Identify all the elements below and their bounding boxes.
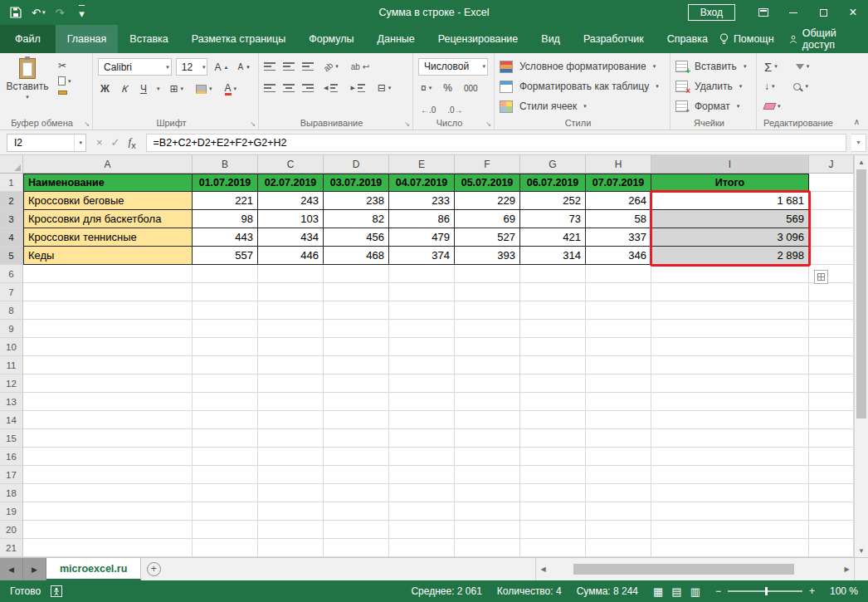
- percent-style-button[interactable]: %: [441, 81, 455, 95]
- cell-E5[interactable]: 374: [389, 247, 455, 265]
- cell-J1[interactable]: [809, 174, 854, 192]
- cell-G6[interactable]: [520, 265, 586, 283]
- cell-B6[interactable]: [193, 265, 258, 283]
- borders-button[interactable]: ⊞▾: [167, 82, 186, 95]
- cell-C20[interactable]: [258, 521, 324, 539]
- cell-B2[interactable]: 221: [193, 192, 258, 210]
- cell-H14[interactable]: [586, 411, 651, 429]
- row-header-16[interactable]: 16: [0, 448, 23, 466]
- cell-I3[interactable]: 569: [651, 210, 809, 228]
- cell-J2[interactable]: [809, 192, 854, 210]
- cell-B1[interactable]: 01.07.2019: [193, 174, 258, 192]
- cell-F13[interactable]: [455, 393, 520, 411]
- decrease-decimal-button[interactable]: .0→: [445, 105, 465, 115]
- cell-D6[interactable]: [324, 265, 389, 283]
- cell-A9[interactable]: [23, 320, 193, 338]
- cell-H21[interactable]: [586, 539, 651, 557]
- cell-G17[interactable]: [520, 466, 586, 484]
- cell-E13[interactable]: [389, 393, 455, 411]
- cell-C7[interactable]: [258, 283, 324, 301]
- cell-E2[interactable]: 233: [389, 192, 455, 210]
- cell-F14[interactable]: [455, 411, 520, 429]
- tab-formulas[interactable]: Формулы: [297, 25, 365, 53]
- cell-G19[interactable]: [520, 502, 586, 521]
- horizontal-scroll-thumb[interactable]: [573, 564, 794, 575]
- next-sheet-button[interactable]: ▶: [23, 558, 46, 580]
- cell-H8[interactable]: [586, 301, 651, 320]
- cell-H3[interactable]: 58: [586, 210, 651, 228]
- cell-A13[interactable]: [23, 393, 193, 411]
- underline-button[interactable]: Ч: [138, 82, 149, 95]
- cell-G21[interactable]: [520, 539, 586, 557]
- cell-I14[interactable]: [651, 411, 809, 429]
- cell-B14[interactable]: [193, 411, 258, 429]
- row-header-19[interactable]: 19: [0, 502, 23, 521]
- cell-C21[interactable]: [258, 539, 324, 557]
- cell-G11[interactable]: [520, 356, 586, 374]
- cell-E9[interactable]: [389, 320, 455, 338]
- cell-E12[interactable]: [389, 374, 455, 393]
- row-header-12[interactable]: 12: [0, 374, 23, 393]
- zoom-slider-thumb[interactable]: [765, 587, 768, 595]
- maximize-button[interactable]: [808, 0, 838, 25]
- prev-sheet-button[interactable]: ◀: [0, 558, 23, 580]
- cell-E3[interactable]: 86: [389, 210, 455, 228]
- cell-D12[interactable]: [324, 374, 389, 393]
- page-layout-view-icon[interactable]: ▤: [671, 585, 681, 598]
- cell-D20[interactable]: [324, 521, 389, 539]
- row-header-7[interactable]: 7: [0, 283, 23, 301]
- cell-E8[interactable]: [389, 301, 455, 320]
- row-header-18[interactable]: 18: [0, 484, 23, 502]
- cell-F5[interactable]: 393: [455, 247, 520, 265]
- cell-G7[interactable]: [520, 283, 586, 301]
- cell-I12[interactable]: [651, 374, 809, 393]
- tab-home[interactable]: Главная: [56, 25, 119, 53]
- wrap-text-button[interactable]: ab↩: [349, 61, 373, 72]
- cell-F11[interactable]: [455, 356, 520, 374]
- font-size-combo[interactable]: 12▾: [176, 58, 208, 76]
- tab-data[interactable]: Данные: [366, 25, 427, 53]
- sort-filter-button[interactable]: ▾: [793, 62, 812, 71]
- conditional-formatting-button[interactable]: Условное форматирование: [517, 60, 649, 73]
- accessibility-icon[interactable]: [51, 585, 62, 597]
- cell-J8[interactable]: [809, 301, 854, 320]
- accounting-format-button[interactable]: ¤▾: [418, 81, 434, 95]
- cell-F6[interactable]: [455, 265, 520, 283]
- cell-D3[interactable]: 82: [324, 210, 389, 228]
- row-header-3[interactable]: 3: [0, 210, 23, 228]
- cell-I1[interactable]: Итого: [651, 174, 809, 192]
- zoom-level[interactable]: 100 %: [830, 585, 858, 597]
- cell-B3[interactable]: 98: [193, 210, 258, 228]
- cell-C18[interactable]: [258, 484, 324, 502]
- cell-D4[interactable]: 456: [324, 228, 389, 247]
- column-header-F[interactable]: F: [455, 155, 520, 174]
- cell-B8[interactable]: [193, 301, 258, 320]
- cell-D7[interactable]: [324, 283, 389, 301]
- formula-input[interactable]: =B2+C2+D2+E2+F2+G2+H2: [146, 134, 846, 152]
- cell-H10[interactable]: [586, 338, 651, 356]
- tab-page-layout[interactable]: Разметка страницы: [180, 25, 297, 53]
- row-header-11[interactable]: 11: [0, 356, 23, 374]
- cell-C5[interactable]: 446: [258, 247, 324, 265]
- font-color-button[interactable]: А▾: [222, 82, 240, 96]
- cell-G18[interactable]: [520, 484, 586, 502]
- cell-I15[interactable]: [651, 429, 809, 448]
- zoom-in-icon[interactable]: +: [809, 585, 815, 597]
- cell-D19[interactable]: [324, 502, 389, 521]
- cell-D10[interactable]: [324, 338, 389, 356]
- cell-I2[interactable]: 1 681: [651, 192, 809, 210]
- number-dialog-launcher-icon[interactable]: ↘: [485, 120, 491, 128]
- cell-H19[interactable]: [586, 502, 651, 521]
- cell-A6[interactable]: [23, 265, 193, 283]
- undo-button[interactable]: ↶▾: [32, 7, 45, 19]
- cell-G15[interactable]: [520, 429, 586, 448]
- cell-I13[interactable]: [651, 393, 809, 411]
- cell-I7[interactable]: [651, 283, 809, 301]
- cell-F9[interactable]: [455, 320, 520, 338]
- cell-B12[interactable]: [193, 374, 258, 393]
- cell-B21[interactable]: [193, 539, 258, 557]
- row-header-1[interactable]: 1: [0, 174, 23, 192]
- cell-C16[interactable]: [258, 448, 324, 466]
- fill-button[interactable]: ↓▾: [762, 80, 778, 93]
- cell-J13[interactable]: [809, 393, 854, 411]
